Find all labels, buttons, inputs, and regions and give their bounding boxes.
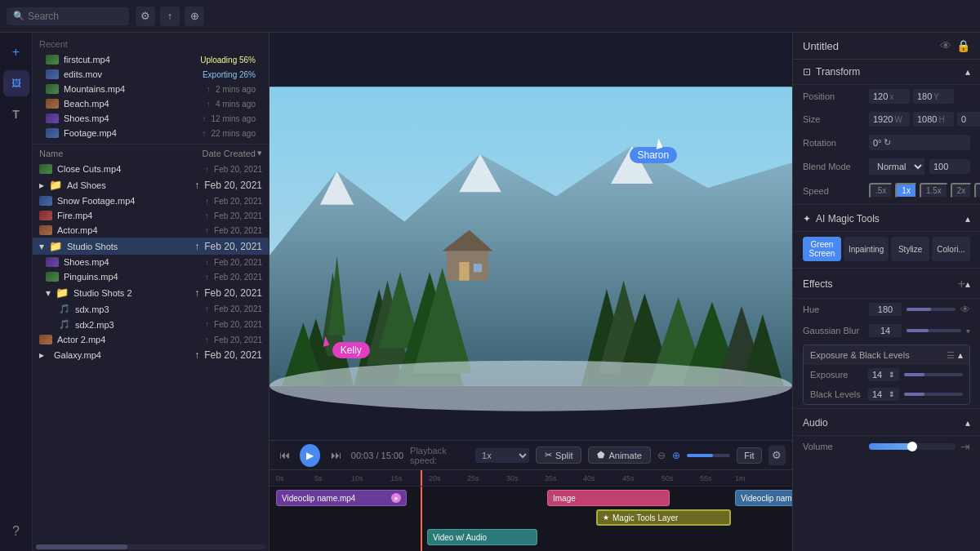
file-edits[interactable]: edits.mov Exporting 26% xyxy=(39,67,262,82)
exposure-list-icon[interactable]: ☰ xyxy=(947,350,955,361)
ai-tools-section-header[interactable]: ✦ AI Magic Tools xyxy=(793,207,980,232)
track-clip-video1[interactable]: Videoclip name.mp4 ● xyxy=(276,490,407,506)
top-bar-icons: ⚙ ↑ ⊕ xyxy=(136,7,204,26)
loop-icon: ⊖ xyxy=(657,450,666,461)
fit-button[interactable]: Fit xyxy=(737,447,761,464)
track-clip-image[interactable]: Image xyxy=(547,490,670,506)
tree-item-actor2[interactable]: Actor 2.mp4 ↑ Feb 20, 2021 xyxy=(33,332,269,347)
tree-item-snowfootage[interactable]: Snow Footage.mp4 ↑ Feb 20, 2021 xyxy=(33,193,269,208)
volume-expand-icon[interactable]: ⇥ xyxy=(960,440,970,453)
file-shoes[interactable]: Shoes.mp4 ↑ 12 mins ago xyxy=(39,111,262,126)
audio-section-header[interactable]: Audio xyxy=(793,411,980,436)
upload-icon: ↑ xyxy=(194,241,199,252)
playback-speed-select[interactable]: 0.5x1x1.5x2xCustom xyxy=(475,448,529,463)
rotation-value-box[interactable]: 0° ↻ xyxy=(869,135,970,150)
effects-section-header[interactable]: Effects + xyxy=(793,270,980,299)
eye-toggle-button[interactable]: 👁 xyxy=(940,39,951,52)
settings-button[interactable]: ⚙ xyxy=(768,446,786,465)
filter-button[interactable]: ⚙ xyxy=(136,7,155,26)
hue-value[interactable]: 180 xyxy=(869,303,902,316)
tree-item-closecuts[interactable]: Close Cuts.mp4 ↑ Feb 20, 2021 xyxy=(33,162,269,176)
mini-volume-bar[interactable] xyxy=(687,454,731,457)
blur-slider[interactable] xyxy=(906,329,961,332)
transform-section-header[interactable]: ⊡ Transform xyxy=(793,60,980,85)
help-icon[interactable]: ? xyxy=(3,518,29,544)
position-y-box[interactable]: 180 Y xyxy=(913,89,954,104)
tree-item-adshoes[interactable]: 📁 Ad Shoes ↑ Feb 20, 2021 xyxy=(33,176,269,193)
file-mountains[interactable]: Mountains.mp4 ↑ 2 mins ago xyxy=(39,82,262,96)
add-icon[interactable]: + xyxy=(3,39,29,65)
green-screen-button[interactable]: Green Screen xyxy=(803,237,841,261)
tree-item-actor[interactable]: Actor.mp4 ↑ Feb 20, 2021 xyxy=(33,223,269,238)
tree-item-sdx[interactable]: 🎵 sdx.mp3 ↑ Feb 20, 2021 xyxy=(33,301,269,317)
search-box[interactable]: 🔍 xyxy=(7,7,129,25)
track-clip-magic[interactable]: ★ Magic Tools Layer xyxy=(596,509,731,526)
tree-item-pinguins[interactable]: Pinguins.mp4 ↑ Feb 20, 2021 xyxy=(33,269,269,284)
search-input[interactable] xyxy=(28,11,122,22)
ruler-tick: 25s xyxy=(467,474,479,482)
black-levels-slider[interactable] xyxy=(904,393,963,396)
upload-button[interactable]: ↑ xyxy=(160,7,180,26)
speed-1x[interactable]: 1x xyxy=(895,183,917,198)
tree-item-fire[interactable]: Fire.mp4 ↑ Feb 20, 2021 xyxy=(33,208,269,223)
blur-value[interactable]: 14 xyxy=(869,324,902,337)
skip-forward-button[interactable]: ⏭ xyxy=(327,446,344,465)
split-button[interactable]: ✂ Split xyxy=(536,447,581,464)
speed-2x[interactable]: 2x xyxy=(951,183,973,198)
position-x-box[interactable]: 120 x xyxy=(869,89,910,104)
hue-slider[interactable] xyxy=(906,308,956,311)
svg-rect-8 xyxy=(474,264,482,272)
col-date-label[interactable]: Date Created ▾ xyxy=(203,148,262,158)
tree-item-galaxy[interactable]: Galaxy.mp4 ↑ Feb 20, 2021 xyxy=(33,347,269,363)
black-levels-value[interactable]: 14 ⇕ xyxy=(868,388,899,401)
file-beach[interactable]: Beach.mp4 ↑ 4 mins ago xyxy=(39,96,262,111)
exposure-value[interactable]: 14 ⇕ xyxy=(868,368,899,381)
exposure-slider[interactable] xyxy=(904,373,963,376)
size-h-box[interactable]: 1080 H xyxy=(913,112,954,127)
play-button[interactable]: ▶ xyxy=(300,444,320,467)
stylize-button[interactable]: Stylize xyxy=(891,237,929,261)
size-w-box[interactable]: 1920 W xyxy=(869,112,910,127)
assets-icon[interactable]: 🖼 xyxy=(3,70,29,96)
text-icon[interactable]: T xyxy=(3,101,29,127)
sharon-label: Sharon xyxy=(630,147,678,163)
add-effect-button[interactable]: + xyxy=(958,277,965,291)
search-icon: 🔍 xyxy=(13,11,24,21)
tree-item-shoes2[interactable]: Shoes.mp4 ↑ Feb 20, 2021 xyxy=(33,255,269,269)
size-extra-box[interactable]: 0 xyxy=(957,112,980,127)
volume-slider[interactable] xyxy=(869,443,956,450)
skip-back-button[interactable]: ⏮ xyxy=(276,446,293,465)
exposure-header[interactable]: Exposure & Black Levels ☰ xyxy=(804,345,969,365)
right-panel-header: Untitled 👁 🔒 xyxy=(793,33,980,60)
inpainting-button[interactable]: Inpainting xyxy=(844,237,889,261)
effects-title: Effects xyxy=(803,278,958,290)
speed-custom[interactable]: Custom xyxy=(974,183,980,198)
hue-eye-icon[interactable]: 👁 xyxy=(960,304,970,315)
sidebar-scrollbar[interactable] xyxy=(36,544,265,549)
blur-expand-icon[interactable]: ▾ xyxy=(966,327,970,335)
colorize-button[interactable]: Colori... xyxy=(932,237,970,261)
ruler-tick: 10s xyxy=(351,474,363,482)
file-time: 2 mins ago xyxy=(216,85,256,94)
animate-button[interactable]: ⬟ Animate xyxy=(588,447,650,464)
tree-item-sdx2[interactable]: 🎵 sdx2.mp3 ↑ Feb 20, 2021 xyxy=(33,317,269,332)
blend-mode-select[interactable]: Normal xyxy=(869,158,924,175)
track-clip-video2[interactable]: Videoclip name.mp4 xyxy=(735,490,792,506)
file-time: 12 mins ago xyxy=(212,114,256,123)
timeline-area[interactable]: 0s 5s 10s 15s 20s 25s 30s 35s 40s 45s 50… xyxy=(270,469,792,551)
effects-chevron xyxy=(965,278,970,290)
audio-chevron xyxy=(965,417,970,429)
tree-item-studioshots2[interactable]: 📁 Studio Shots 2 ↑ Feb 20, 2021 xyxy=(33,284,269,301)
track-clip-audio[interactable]: Video w/ Audio xyxy=(427,529,537,545)
speed-15x[interactable]: 1.5x xyxy=(920,183,948,198)
tree-item-studioshots[interactable]: 📁 Studio Shots ↑ Feb 20, 2021 xyxy=(33,238,269,255)
file-firstcut[interactable]: firstcut.mp4 Uploading 56% xyxy=(39,52,262,67)
file-thumb xyxy=(46,128,59,138)
divider xyxy=(793,204,980,205)
blend-pct-box[interactable]: 100 xyxy=(929,159,970,174)
file-footage[interactable]: Footage.mp4 ↑ 22 mins ago xyxy=(39,126,262,140)
chevron-icon xyxy=(46,287,51,299)
lock-button[interactable]: 🔒 xyxy=(956,39,970,52)
more-button[interactable]: ⊕ xyxy=(185,7,204,26)
speed-05x[interactable]: .5x xyxy=(869,183,893,198)
